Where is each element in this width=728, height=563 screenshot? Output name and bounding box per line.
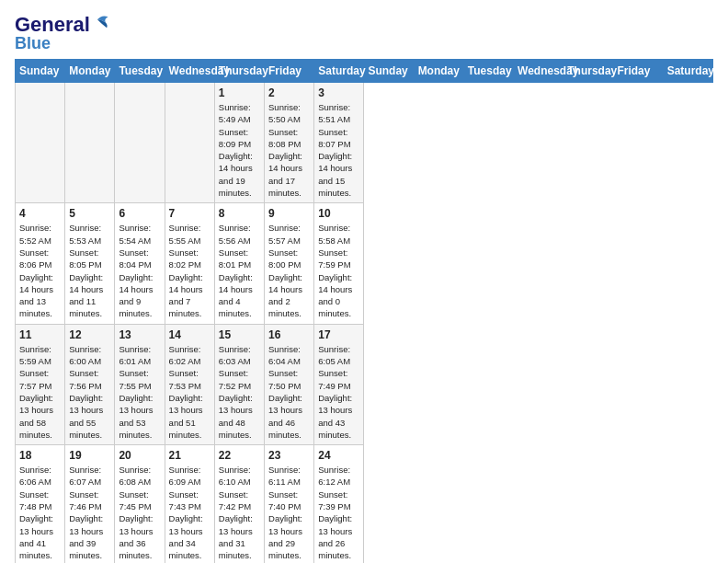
- day-number: 12: [69, 328, 110, 341]
- day-info: Sunrise: 5:55 AMSunset: 8:02 PMDaylight:…: [169, 222, 210, 319]
- calendar-cell: 20Sunrise: 6:08 AMSunset: 7:45 PMDayligh…: [115, 445, 165, 563]
- calendar-cell: 1Sunrise: 5:49 AMSunset: 8:09 PMDaylight…: [214, 83, 264, 203]
- day-header-saturday: Saturday: [663, 60, 712, 83]
- day-info: Sunrise: 6:00 AMSunset: 7:56 PMDaylight:…: [69, 343, 110, 441]
- day-info: Sunrise: 6:01 AMSunset: 7:55 PMDaylight:…: [119, 343, 160, 441]
- day-number: 20: [119, 449, 160, 462]
- calendar-table: SundayMondayTuesdayWednesdayThursdayFrid…: [15, 59, 713, 563]
- day-info: Sunrise: 5:59 AMSunset: 7:57 PMDaylight:…: [19, 343, 61, 441]
- calendar-cell: 4Sunrise: 5:52 AMSunset: 8:06 PMDaylight…: [16, 203, 65, 324]
- page-header: General Blue: [15, 15, 713, 52]
- day-info: Sunrise: 6:10 AMSunset: 7:42 PMDaylight:…: [219, 464, 260, 561]
- calendar-cell: 9Sunrise: 5:57 AMSunset: 8:00 PMDaylight…: [265, 203, 314, 324]
- calendar-cell: 12Sunrise: 6:00 AMSunset: 7:56 PMDayligh…: [65, 324, 115, 444]
- day-header-sunday: Sunday: [16, 60, 65, 83]
- day-number: 19: [69, 449, 110, 462]
- calendar-cell: 16Sunrise: 6:04 AMSunset: 7:50 PMDayligh…: [265, 324, 314, 444]
- day-number: 13: [119, 328, 160, 341]
- calendar-cell: 24Sunrise: 6:12 AMSunset: 7:39 PMDayligh…: [314, 445, 364, 563]
- logo-text-general: General: [15, 15, 90, 35]
- day-info: Sunrise: 6:03 AMSunset: 7:52 PMDaylight:…: [219, 343, 260, 441]
- calendar-cell: 19Sunrise: 6:07 AMSunset: 7:46 PMDayligh…: [65, 445, 115, 563]
- calendar-cell: 7Sunrise: 5:55 AMSunset: 8:02 PMDaylight…: [165, 203, 214, 324]
- calendar-cell: 17Sunrise: 6:05 AMSunset: 7:49 PMDayligh…: [314, 324, 364, 444]
- day-number: 9: [268, 207, 310, 220]
- day-number: 2: [268, 86, 310, 99]
- calendar-week-row: 1Sunrise: 5:49 AMSunset: 8:09 PMDaylight…: [16, 83, 713, 203]
- day-number: 4: [19, 207, 61, 220]
- day-info: Sunrise: 6:12 AMSunset: 7:39 PMDaylight:…: [318, 464, 359, 561]
- day-info: Sunrise: 5:58 AMSunset: 7:59 PMDaylight:…: [318, 222, 359, 319]
- calendar-cell: [16, 83, 65, 203]
- day-info: Sunrise: 6:11 AMSunset: 7:40 PMDaylight:…: [268, 464, 310, 561]
- logo-text-blue: Blue: [15, 35, 51, 52]
- calendar-cell: 2Sunrise: 5:50 AMSunset: 8:08 PMDaylight…: [265, 83, 314, 203]
- calendar-cell: 23Sunrise: 6:11 AMSunset: 7:40 PMDayligh…: [265, 445, 314, 563]
- day-number: 24: [318, 449, 359, 462]
- calendar-cell: 14Sunrise: 6:02 AMSunset: 7:53 PMDayligh…: [165, 324, 214, 444]
- day-header-friday: Friday: [613, 60, 663, 83]
- day-info: Sunrise: 6:04 AMSunset: 7:50 PMDaylight:…: [268, 343, 310, 441]
- day-number: 8: [219, 207, 260, 220]
- calendar-cell: 8Sunrise: 5:56 AMSunset: 8:01 PMDaylight…: [214, 203, 264, 324]
- day-header-thursday: Thursday: [214, 60, 264, 83]
- calendar-cell: 5Sunrise: 5:53 AMSunset: 8:05 PMDaylight…: [65, 203, 115, 324]
- calendar-cell: [115, 83, 165, 203]
- day-number: 11: [19, 328, 61, 341]
- day-header-tuesday: Tuesday: [115, 60, 165, 83]
- calendar-cell: [65, 83, 115, 203]
- day-number: 3: [318, 86, 359, 99]
- calendar-cell: [165, 83, 214, 203]
- day-number: 15: [219, 328, 260, 341]
- day-info: Sunrise: 5:57 AMSunset: 8:00 PMDaylight:…: [268, 222, 310, 319]
- day-info: Sunrise: 5:52 AMSunset: 8:06 PMDaylight:…: [19, 222, 61, 319]
- calendar-week-row: 11Sunrise: 5:59 AMSunset: 7:57 PMDayligh…: [16, 324, 713, 444]
- day-header-thursday: Thursday: [563, 60, 613, 83]
- day-number: 5: [69, 207, 110, 220]
- day-number: 7: [169, 207, 210, 220]
- day-number: 17: [318, 328, 359, 341]
- day-header-saturday: Saturday: [314, 60, 364, 83]
- day-header-tuesday: Tuesday: [463, 60, 513, 83]
- calendar-cell: 13Sunrise: 6:01 AMSunset: 7:55 PMDayligh…: [115, 324, 165, 444]
- day-number: 21: [169, 449, 210, 462]
- day-info: Sunrise: 5:49 AMSunset: 8:09 PMDaylight:…: [219, 101, 260, 199]
- day-header-wednesday: Wednesday: [514, 60, 563, 83]
- day-info: Sunrise: 5:53 AMSunset: 8:05 PMDaylight:…: [69, 222, 110, 319]
- calendar-cell: 18Sunrise: 6:06 AMSunset: 7:48 PMDayligh…: [16, 445, 65, 563]
- day-info: Sunrise: 6:02 AMSunset: 7:53 PMDaylight:…: [169, 343, 210, 441]
- logo: General Blue: [15, 15, 112, 52]
- day-number: 18: [19, 449, 61, 462]
- day-info: Sunrise: 5:56 AMSunset: 8:01 PMDaylight:…: [219, 222, 260, 319]
- day-number: 14: [169, 328, 210, 341]
- day-info: Sunrise: 5:51 AMSunset: 8:07 PMDaylight:…: [318, 101, 359, 199]
- calendar-cell: 15Sunrise: 6:03 AMSunset: 7:52 PMDayligh…: [214, 324, 264, 444]
- day-info: Sunrise: 6:07 AMSunset: 7:46 PMDaylight:…: [69, 464, 110, 561]
- day-number: 16: [268, 328, 310, 341]
- day-info: Sunrise: 5:54 AMSunset: 8:04 PMDaylight:…: [119, 222, 160, 319]
- day-number: 6: [119, 207, 160, 220]
- day-info: Sunrise: 6:06 AMSunset: 7:48 PMDaylight:…: [19, 464, 61, 561]
- calendar-week-row: 18Sunrise: 6:06 AMSunset: 7:48 PMDayligh…: [16, 445, 713, 563]
- calendar-week-row: 4Sunrise: 5:52 AMSunset: 8:06 PMDaylight…: [16, 203, 713, 324]
- day-info: Sunrise: 6:09 AMSunset: 7:43 PMDaylight:…: [169, 464, 210, 561]
- day-header-sunday: Sunday: [364, 60, 414, 83]
- calendar-cell: 3Sunrise: 5:51 AMSunset: 8:07 PMDaylight…: [314, 83, 364, 203]
- calendar-cell: 6Sunrise: 5:54 AMSunset: 8:04 PMDaylight…: [115, 203, 165, 324]
- day-number: 10: [318, 207, 359, 220]
- day-header-monday: Monday: [65, 60, 115, 83]
- calendar-header-row: SundayMondayTuesdayWednesdayThursdayFrid…: [16, 60, 713, 83]
- day-number: 23: [268, 449, 310, 462]
- day-number: 22: [219, 449, 260, 462]
- day-header-wednesday: Wednesday: [165, 60, 214, 83]
- calendar-cell: 10Sunrise: 5:58 AMSunset: 7:59 PMDayligh…: [314, 203, 364, 324]
- calendar-cell: 21Sunrise: 6:09 AMSunset: 7:43 PMDayligh…: [165, 445, 214, 563]
- calendar-cell: 22Sunrise: 6:10 AMSunset: 7:42 PMDayligh…: [214, 445, 264, 563]
- day-info: Sunrise: 5:50 AMSunset: 8:08 PMDaylight:…: [268, 101, 310, 199]
- day-number: 1: [219, 86, 260, 99]
- calendar-cell: 11Sunrise: 5:59 AMSunset: 7:57 PMDayligh…: [16, 324, 65, 444]
- day-info: Sunrise: 6:05 AMSunset: 7:49 PMDaylight:…: [318, 343, 359, 441]
- logo-bird-icon: [92, 13, 112, 33]
- day-header-monday: Monday: [414, 60, 463, 83]
- day-header-friday: Friday: [265, 60, 314, 83]
